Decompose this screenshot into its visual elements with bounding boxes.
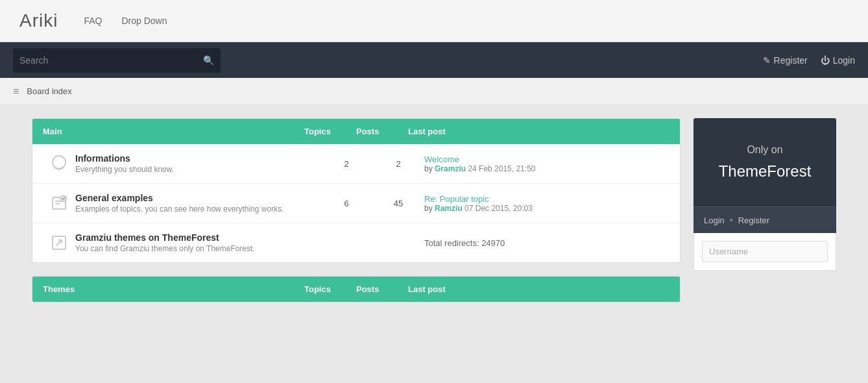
sidebar-dot: •	[730, 215, 733, 225]
forum-desc: Examples of topics, you can see here how…	[75, 204, 320, 214]
svg-point-0	[53, 156, 66, 169]
forum-area: Main Topics Posts Last post Informations…	[32, 118, 681, 315]
forum-row-icon	[43, 195, 75, 212]
login-button[interactable]: ⏻ Login	[821, 55, 855, 66]
forum-desc: Everything you should know.	[75, 165, 320, 174]
register-label: Register	[774, 55, 808, 66]
top-navigation: Ariki FAQ Drop Down	[0, 0, 868, 42]
login-icon: ⏻	[821, 55, 830, 66]
last-post-date: 07 Dec 2015, 20:03	[464, 204, 533, 213]
nav-links: FAQ Drop Down	[84, 16, 167, 26]
last-post-meta: by Ramziu 07 Dec 2015, 20:03	[424, 204, 669, 213]
last-post-author[interactable]: Ramziu	[435, 204, 463, 213]
site-logo: Ariki	[19, 10, 58, 31]
forum-title[interactable]: General examples	[75, 193, 320, 203]
table-row: Gramziu themes on ThemeForest You can fi…	[32, 223, 680, 262]
hamburger-icon[interactable]: ≡	[13, 86, 19, 97]
sidebar: Only on ThemeForest Login • Register	[693, 118, 836, 271]
main-col-topics: Topics	[304, 127, 356, 136]
login-label: Login	[833, 55, 855, 66]
forum-posts-count: 2	[372, 159, 424, 169]
main-col-last-post: Last post	[408, 127, 669, 136]
sidebar-login-link[interactable]: Login	[704, 216, 725, 225]
search-button[interactable]: 🔍	[203, 55, 214, 66]
forum-row-icon	[43, 154, 75, 173]
sidebar-promo: Only on ThemeForest	[693, 118, 836, 206]
promo-line2: ThemeForest	[706, 162, 823, 180]
auth-buttons: ✎ Register ⏻ Login	[763, 55, 855, 66]
main-forum-table: Main Topics Posts Last post Informations…	[32, 118, 681, 263]
forum-title[interactable]: Gramziu themes on ThemeForest	[75, 232, 320, 243]
forum-last-post: Re: Popular topic by Ramziu 07 Dec 2015,…	[424, 194, 669, 213]
themes-col-last-post: Last post	[408, 284, 669, 294]
forum-row-info: General examples Examples of topics, you…	[75, 193, 320, 214]
forum-title[interactable]: Informations	[75, 153, 320, 164]
main-header-label: Main	[43, 127, 304, 136]
themes-header-label: Themes	[43, 284, 304, 294]
breadcrumb-bar: ≡ Board index	[0, 78, 868, 105]
table-row: General examples Examples of topics, you…	[32, 184, 680, 223]
sidebar-register-link[interactable]: Register	[738, 216, 769, 225]
register-icon: ✎	[763, 55, 771, 66]
forum-topics-count: 2	[320, 159, 372, 169]
nav-dropdown[interactable]: Drop Down	[121, 16, 167, 26]
last-post-title[interactable]: Welcome	[424, 154, 669, 164]
nav-faq[interactable]: FAQ	[84, 16, 102, 26]
forum-row-info: Informations Everything you should know.	[75, 153, 320, 174]
breadcrumb: Board index	[27, 86, 71, 96]
sidebar-form	[693, 233, 836, 271]
themes-table-header: Themes Topics Posts Last post	[32, 277, 680, 302]
main-content: Main Topics Posts Last post Informations…	[19, 118, 849, 315]
forum-desc: You can find Gramziu themes only on Them…	[75, 244, 320, 253]
search-input[interactable]	[19, 55, 203, 66]
last-post-by: by	[424, 204, 433, 213]
forum-redirects: Total redirects: 24970	[424, 238, 669, 248]
themes-forum-table: Themes Topics Posts Last post	[32, 276, 681, 303]
last-post-by: by	[424, 164, 433, 173]
last-post-author[interactable]: Gramziu	[435, 164, 466, 173]
last-post-date: 24 Feb 2015, 21:50	[468, 164, 535, 173]
search-field-container: 🔍	[13, 48, 221, 73]
forum-row-icon	[43, 234, 75, 251]
forum-posts-count: 45	[372, 199, 424, 208]
forum-topics-count: 6	[320, 199, 372, 208]
main-table-header: Main Topics Posts Last post	[32, 119, 680, 144]
search-bar: 🔍 ✎ Register ⏻ Login	[0, 42, 868, 78]
forum-row-info: Gramziu themes on ThemeForest You can fi…	[75, 232, 320, 253]
themes-col-posts: Posts	[356, 284, 408, 294]
main-col-posts: Posts	[356, 127, 408, 136]
last-post-meta: by Gramziu 24 Feb 2015, 21:50	[424, 164, 669, 173]
register-button[interactable]: ✎ Register	[763, 55, 808, 66]
promo-line1: Only on	[706, 144, 823, 156]
username-input[interactable]	[702, 241, 828, 262]
sidebar-login-bar: Login • Register	[693, 206, 836, 233]
themes-col-topics: Topics	[304, 284, 356, 294]
last-post-title[interactable]: Re: Popular topic	[424, 194, 669, 204]
redirects-text: Total redirects: 24970	[424, 238, 505, 248]
table-row: Informations Everything you should know.…	[32, 144, 680, 184]
forum-last-post: Welcome by Gramziu 24 Feb 2015, 21:50	[424, 154, 669, 173]
